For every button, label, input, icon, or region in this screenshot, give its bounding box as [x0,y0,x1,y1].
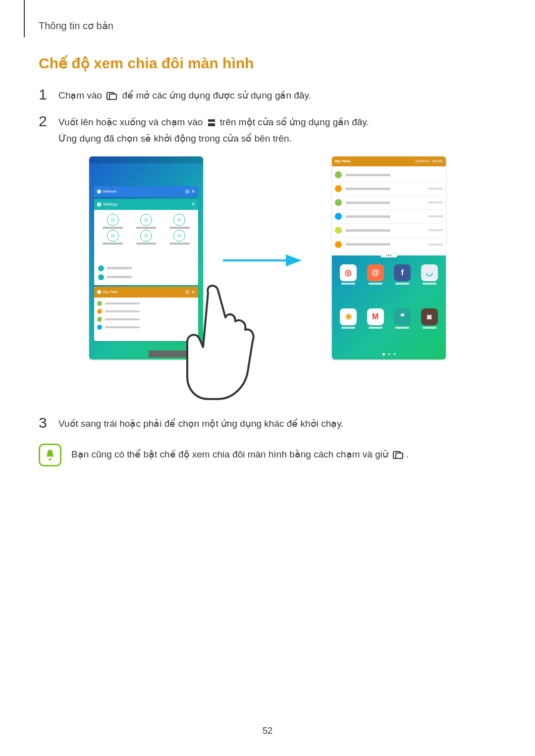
app-icon: @ [367,264,384,281]
step-1: 1 Chạm vào để mở các ứng dụng được sử dụ… [39,86,496,103]
gear-icon [97,202,101,206]
step-3-number: 3 [39,414,54,432]
list-item [335,238,443,252]
note-bell-icon [39,444,61,466]
arrow-icon [220,253,310,268]
file-label [346,174,390,176]
app-facebook: f [394,264,411,285]
globe-icon [97,190,101,194]
app-instagram: ◙ [421,308,438,329]
app-icon: f [394,264,411,281]
wifi-icon [98,265,104,271]
split-top-pane: My Files SEARCH MORE [332,156,446,255]
list-item [335,224,443,238]
file-type-icon [335,185,342,192]
recent-apps-icon [107,92,117,100]
step-3-body: Vuốt sang trái hoặc phải để chọn một ứng… [58,414,496,432]
list-item [335,168,443,182]
recent-card-internet: Internet ⊟ ✕ [94,186,198,197]
data-usage-icon [107,214,119,226]
app-grid: ◎@f◡❀M❝◙ [337,264,441,348]
recent-card-myfiles-title: My Files [103,290,118,294]
page-indicator [332,353,446,355]
split-bottom-pane: ◎@f◡❀M❝◙ [332,257,446,359]
step-1-pre: Chạm vào [58,90,105,101]
list-item [335,182,443,196]
sound-icon [140,214,152,226]
file-type-icon [335,213,342,220]
phone-right: My Files SEARCH MORE ◎@f◡❀M❝◙ [332,156,446,359]
search-action: SEARCH [415,159,429,163]
illustration: Internet ⊟ ✕ Settings ✕ [79,156,456,399]
folder-icon [97,290,101,294]
note-post: . [406,449,408,459]
file-meta [428,188,443,190]
myfiles-list [332,166,446,253]
side-rule [24,0,25,37]
step-1-body: Chạm vào để mở các ứng dụng được sử dụng… [58,86,496,103]
svg-rect-6 [396,453,403,458]
list-item [335,210,443,224]
status-bar-left [89,156,203,163]
step-2-body: Vuốt lên hoặc xuống và chạm vào trên một… [58,112,496,147]
more-action: MORE [432,159,443,163]
split-handle [380,253,397,257]
app-label [341,327,355,329]
step-2: 2 Vuốt lên hoặc xuống và chạm vào trên m… [39,112,496,147]
recent-card-internet-title: Internet [103,189,116,194]
file-meta [428,229,443,231]
file-label [346,215,390,218]
app-chrome: ◎ [340,264,357,285]
note-pre: Bạn cũng có thể bật chế độ xem chia đôi … [71,449,391,459]
app-hangouts: ❝ [394,308,411,329]
app-label [395,327,409,329]
bluetooth-icon [98,274,104,280]
app-label [369,283,382,285]
app-icon: ◙ [421,308,438,325]
app-icon: ◎ [340,264,357,281]
file-label [346,229,390,232]
recent-card-settings-header: Settings ✕ [94,199,198,210]
app-icon: ◡ [421,264,438,281]
svg-rect-2 [208,119,215,122]
step-3: 3 Vuốt sang trái hoặc phải để chọn một ứ… [39,414,496,432]
svg-rect-1 [109,94,116,100]
page-title: Chế độ xem chia đôi màn hình [39,54,496,72]
file-label [346,188,390,190]
file-meta [428,202,443,203]
app-email: @ [367,264,384,285]
app-label [423,327,436,329]
close-icon: ✕ [191,202,195,207]
list-item [335,196,443,210]
close-icon: ✕ [191,189,195,194]
myfiles-title: My Files [335,159,351,163]
split-icon-small: ⊟ [185,189,189,194]
breadcrumb: Thông tin cơ bản [39,20,113,32]
app-icon: M [367,308,384,325]
step-2-line1-post: trên một cửa sổ ứng dụng gần đây. [220,117,369,127]
svg-rect-3 [208,123,215,126]
page-content: Chế độ xem chia đôi màn hình 1 Chạm vào … [39,54,496,466]
file-type-icon [335,227,342,234]
app-label [341,283,355,285]
recent-card-settings-rows [94,263,198,285]
file-type-icon [335,241,342,248]
file-meta [428,215,443,217]
recent-card-settings-title: Settings [103,202,117,206]
app-icon: ❀ [340,308,357,325]
display-icon [173,214,185,226]
page-number: 52 [0,726,535,736]
spen-icon [107,230,119,242]
manual-icon [173,230,185,242]
hand-pointer-icon [178,283,268,402]
step-2-number: 2 [39,112,54,130]
app-gallery: ❀ [340,308,357,329]
settings-grid [94,210,198,249]
step-1-number: 1 [39,86,54,103]
app-galaxy: ◡ [421,264,438,285]
split-view-icon [208,119,215,127]
app-gmail: M [367,308,384,329]
note-text: Bạn cũng có thể bật chế độ xem chia đôi … [71,444,496,462]
app-label [423,283,436,285]
step-1-post: để mở các ứng dụng được sử dụng gần đây. [122,90,311,101]
